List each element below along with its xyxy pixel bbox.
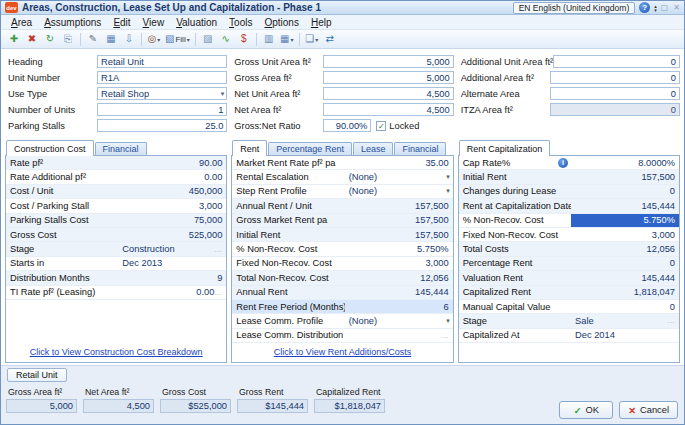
value-capitalized-at[interactable]: Dec 2014 (571, 329, 679, 342)
image-button[interactable]: ▨ (199, 31, 217, 47)
value-rental-escalation[interactable]: (None)▾ (345, 170, 453, 183)
value-capitalized-rent[interactable]: 1,818,047 (571, 286, 679, 299)
value-non-recov-cost[interactable]: 5.750% (345, 242, 453, 255)
tab-rent[interactable]: Rent (232, 140, 267, 156)
menu-area[interactable]: Area (5, 17, 38, 28)
value-annual-rent-unit[interactable]: 157,500 (345, 199, 453, 212)
value-starts-in[interactable]: Dec 2013 (118, 257, 226, 270)
value-fixed-non-recov-cost[interactable]: 3,000 (571, 228, 679, 241)
copy-record-button[interactable]: ⎘ (59, 31, 77, 47)
field-net-unit-area-ft[interactable]: 4,500 (323, 87, 453, 100)
field-alternate-area[interactable]: 0 (550, 87, 680, 100)
unit-tab-retail-unit[interactable]: Retail Unit (7, 368, 67, 382)
value-initial-rent[interactable]: 157,500 (571, 170, 679, 183)
add-record-button[interactable]: ✚ (5, 31, 23, 47)
info-icon[interactable]: i (558, 158, 568, 168)
value-parking-stalls-cost[interactable]: 75,000 (118, 214, 226, 227)
delete-record-button[interactable]: ✖ (23, 31, 41, 47)
grid-button[interactable]: ▦▾ (278, 31, 296, 47)
sync-button[interactable]: ⇄ (321, 31, 339, 47)
locked-checkbox[interactable]: ✓Locked (376, 121, 419, 131)
value-non-recov-cost[interactable]: 5.750% (571, 214, 679, 227)
value-ti-rate-pf-leasing[interactable]: 0.00… (118, 286, 226, 299)
chevron-down-icon[interactable]: ▾ (290, 36, 293, 43)
checkbox-icon[interactable]: ✓ (376, 121, 386, 131)
rent-additions-link[interactable]: Click to View Rent Additions/Costs (232, 343, 452, 362)
value-annual-rent[interactable]: 145,444 (345, 286, 453, 299)
ok-button[interactable]: ✓ OK (559, 401, 613, 419)
assumptions-grid-button[interactable]: ▦ (102, 31, 120, 47)
chevron-down-icon[interactable]: ▾ (446, 173, 450, 181)
value-fixed-non-recov-cost[interactable]: 3,000 (345, 257, 453, 270)
export-button[interactable]: ⇩ (120, 31, 138, 47)
close-icon[interactable]: ✕ (673, 3, 680, 12)
field-parking-stalls[interactable]: 25.0 (97, 119, 227, 132)
edit-button[interactable]: ✎ (84, 31, 102, 47)
tab-construction-cost[interactable]: Construction Cost (6, 140, 94, 156)
field-additional-area-ft[interactable]: 0 (550, 71, 680, 84)
value-total-non-recov-cost[interactable]: 12,056 (345, 271, 453, 284)
field-gross-net-ratio[interactable]: 90.00% (323, 119, 371, 132)
ellipsis-button[interactable]: … (214, 245, 223, 254)
chevron-down-icon[interactable]: ▾ (157, 36, 160, 43)
currency-button[interactable]: $ (235, 31, 253, 47)
value-manual-capital-value[interactable]: 0 (571, 300, 679, 313)
chevron-down-icon[interactable]: ▾ (315, 36, 318, 43)
ellipsis-button[interactable]: … (667, 316, 676, 325)
value-market-rent-rate-pf-pa[interactable]: 35.00 (345, 156, 453, 169)
tab-percentage-rent[interactable]: Percentage Rent (268, 142, 352, 155)
value-percentage-rent[interactable]: 0 (571, 257, 679, 270)
value-cap-rate[interactable]: 8.0000% (571, 156, 679, 169)
menu-tools[interactable]: Tools (223, 17, 258, 28)
value-distribution-months[interactable]: 9 (118, 271, 226, 284)
menu-options[interactable]: Options (258, 17, 304, 28)
spinner-control[interactable]: ▴ ▾ (654, 4, 657, 12)
value-gross-cost[interactable]: 525,000 (118, 228, 226, 241)
refresh-record-button[interactable]: ↻ (41, 31, 59, 47)
value-rent-at-capitalization-date[interactable]: 145,444 (571, 199, 679, 212)
tab-financial[interactable]: Financial (95, 142, 147, 155)
field-gross-area-ft[interactable]: 5,000 (323, 71, 453, 84)
value-gross-market-rent-pa[interactable]: 157,500 (345, 214, 453, 227)
field-net-area-ft[interactable]: 4,500 (323, 103, 453, 116)
chart-button[interactable]: ∿ (217, 31, 235, 47)
field-gross-unit-area-ft[interactable]: 5,000 (323, 55, 453, 68)
ellipsis-button[interactable]: … (441, 331, 450, 340)
value-initial-rent[interactable]: 157,500 (345, 228, 453, 241)
value-lease-comm-profile[interactable]: (None)▾ (345, 314, 453, 327)
field-heading[interactable]: Retail Unit (97, 55, 227, 68)
value-stage[interactable]: Sale… (571, 314, 679, 327)
value-rate-pf[interactable]: 90.00 (118, 156, 226, 169)
help-icon[interactable]: ? (639, 2, 650, 13)
value-rent-free-period-months[interactable]: 6 (345, 300, 453, 313)
cancel-button[interactable]: ✕ Cancel (619, 401, 678, 419)
restore-icon[interactable]: ▢ (661, 3, 669, 12)
value-valuation-rent[interactable]: 145,444 (571, 271, 679, 284)
chevron-down-icon[interactable]: ▾ (187, 36, 190, 43)
value-lease-comm-distribution[interactable]: … (345, 329, 453, 342)
value-total-costs[interactable]: 12,056 (571, 242, 679, 255)
field-use-type[interactable]: Retail Shop (97, 87, 227, 100)
menu-assumptions[interactable]: Assumptions (38, 17, 107, 28)
menu-edit[interactable]: Edit (107, 17, 136, 28)
tab-rent-capitalization[interactable]: Rent Capitalization (459, 140, 551, 156)
field-additional-unit-area-ft[interactable]: 0 (553, 55, 680, 68)
ellipsis-button[interactable]: … (214, 288, 223, 297)
value-rate-additional-pf[interactable]: 0.00 (118, 170, 226, 183)
zoom-button[interactable]: ◎▾ (145, 31, 163, 47)
report-button[interactable]: ❏▾ (303, 31, 321, 47)
spinner-down-icon[interactable]: ▾ (654, 8, 657, 12)
fill-button[interactable]: ▧Fill▾ (163, 31, 192, 47)
field-unit-number[interactable]: R1A (97, 71, 227, 84)
language-indicator[interactable]: EN English (United Kingdom) (513, 2, 636, 14)
construction-breakdown-link[interactable]: Click to View Construction Cost Breakdow… (6, 343, 226, 362)
value-stage[interactable]: Construction… (118, 242, 226, 255)
value-cost-parking-stall[interactable]: 3,000 (118, 199, 226, 212)
chevron-down-icon[interactable]: ▾ (446, 187, 450, 195)
menu-help[interactable]: Help (305, 17, 338, 28)
chevron-down-icon[interactable]: ▾ (446, 317, 450, 325)
tab-lease[interactable]: Lease (353, 142, 394, 155)
value-cost-unit[interactable]: 450,000 (118, 185, 226, 198)
tab-financial[interactable]: Financial (394, 142, 446, 155)
table-button[interactable]: ▥ (260, 31, 278, 47)
